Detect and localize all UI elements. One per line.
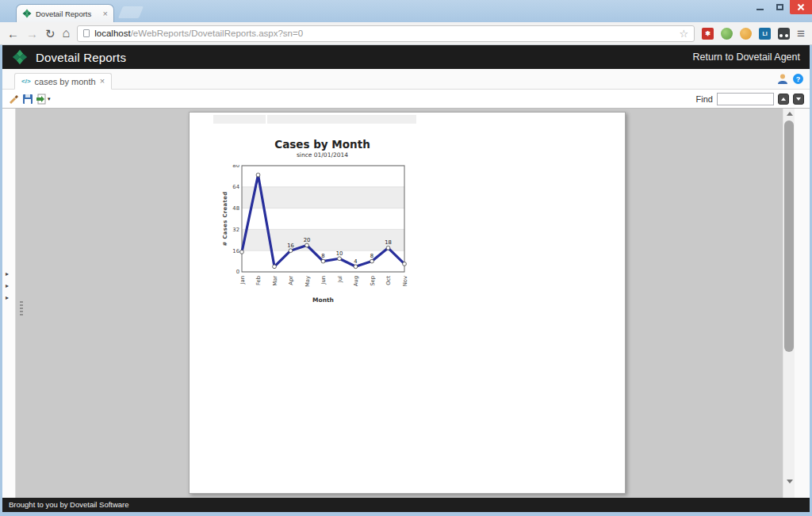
back-icon[interactable]: ← bbox=[7, 28, 19, 40]
scrollbar-gutter bbox=[795, 109, 810, 498]
extension-asterisk-icon[interactable]: ✱ bbox=[702, 28, 714, 40]
page-icon bbox=[83, 29, 90, 37]
svg-text:May: May bbox=[304, 276, 311, 287]
window-frame bbox=[0, 45, 2, 516]
chevron-up-icon bbox=[781, 97, 786, 101]
svg-text:8: 8 bbox=[370, 253, 373, 259]
export-icon[interactable]: ▾ bbox=[36, 94, 51, 105]
extension-photos-icon[interactable] bbox=[778, 28, 790, 40]
url-path: /eWebReports/DovetailReports.aspx?sn=0 bbox=[131, 29, 303, 38]
window-close-button[interactable] bbox=[790, 0, 812, 14]
browser-titlebar: Dovetail Reports × bbox=[0, 0, 812, 22]
panel-expand-icon[interactable]: ▸ bbox=[6, 295, 9, 301]
report-tabstrip: </> cases by month × ? bbox=[2, 69, 810, 90]
browser-tab-close-icon[interactable]: × bbox=[103, 10, 108, 18]
cases-by-month-chart: Cases by Month since 01/01/2014 01632486… bbox=[221, 138, 423, 312]
svg-text:10: 10 bbox=[336, 250, 343, 257]
svg-text:Jul: Jul bbox=[337, 276, 343, 283]
svg-text:Nov: Nov bbox=[402, 276, 408, 286]
viewer-toolbar: ▾ Find bbox=[2, 90, 810, 108]
svg-text:Month: Month bbox=[312, 296, 334, 304]
svg-text:Sep: Sep bbox=[370, 276, 376, 286]
export-dropdown-caret-icon[interactable]: ▾ bbox=[48, 96, 51, 102]
window-minimize-button[interactable] bbox=[750, 0, 770, 14]
user-icon[interactable] bbox=[777, 74, 788, 84]
svg-text:48: 48 bbox=[232, 205, 239, 212]
find-next-button[interactable] bbox=[793, 94, 804, 105]
svg-text:64: 64 bbox=[232, 184, 239, 190]
save-icon[interactable] bbox=[22, 94, 33, 105]
report-tab-label: cases by month bbox=[35, 77, 96, 86]
extension-li-icon[interactable]: LI bbox=[759, 28, 771, 40]
report-header-band bbox=[267, 115, 416, 124]
favicon-dovetail-icon bbox=[22, 9, 32, 18]
app-title: Dovetail Reports bbox=[36, 51, 126, 64]
menu-icon[interactable]: ≡ bbox=[797, 27, 805, 40]
chevron-down-icon bbox=[796, 97, 801, 101]
svg-text:4: 4 bbox=[354, 258, 357, 265]
browser-addressbar: ← → ↻ ⌂ localhost/eWebReports/DovetailRe… bbox=[0, 22, 812, 45]
svg-text:# Cases Created: # Cases Created bbox=[222, 192, 228, 247]
window-frame bbox=[0, 512, 812, 516]
app-footer: Brought to you by Dovetail Software bbox=[2, 498, 810, 512]
refresh-icon[interactable]: ↻ bbox=[45, 28, 56, 40]
forward-icon[interactable]: → bbox=[26, 28, 38, 40]
chart-plot: 0163248648016208104818JanFebMarAprMayJun… bbox=[221, 165, 423, 312]
svg-text:8: 8 bbox=[321, 253, 324, 259]
svg-text:Apr: Apr bbox=[288, 276, 294, 285]
url-input[interactable]: localhost/eWebReports/DovetailReports.as… bbox=[77, 25, 695, 42]
find-input[interactable] bbox=[717, 93, 774, 105]
extension-green-icon[interactable] bbox=[721, 28, 733, 40]
find-label: Find bbox=[696, 94, 713, 104]
browser-tab[interactable]: Dovetail Reports × bbox=[16, 4, 114, 22]
svg-text:Mar: Mar bbox=[272, 276, 278, 286]
app-header: Dovetail Reports Return to Dovetail Agen… bbox=[2, 45, 810, 69]
home-icon[interactable]: ⌂ bbox=[63, 27, 71, 40]
report-tab-close-icon[interactable]: × bbox=[100, 77, 105, 86]
footer-text: Brought to you by Dovetail Software bbox=[9, 500, 129, 509]
report-viewer: ▸ ▸ ▸ Cases by Month since 01/01/2014 01… bbox=[2, 108, 810, 498]
extension-orange-icon[interactable] bbox=[740, 28, 752, 40]
svg-text:32: 32 bbox=[232, 227, 239, 233]
hand-tool-icon[interactable] bbox=[8, 93, 20, 105]
code-icon: </> bbox=[21, 78, 31, 85]
svg-text:Aug: Aug bbox=[353, 276, 359, 286]
svg-text:16: 16 bbox=[232, 248, 239, 254]
svg-text:Oct: Oct bbox=[385, 276, 392, 285]
panel-expand-icon[interactable]: ▸ bbox=[6, 271, 9, 277]
svg-text:Jun: Jun bbox=[320, 276, 327, 285]
minimize-icon bbox=[756, 9, 764, 10]
chart-title: Cases by Month bbox=[221, 138, 423, 151]
splitter-drag-handle[interactable] bbox=[20, 301, 23, 315]
svg-text:Feb: Feb bbox=[255, 276, 262, 285]
report-tab-cases-by-month[interactable]: </> cases by month × bbox=[14, 73, 112, 90]
scroll-up-icon[interactable] bbox=[787, 112, 793, 116]
svg-text:0: 0 bbox=[236, 269, 239, 275]
scrollbar-thumb[interactable] bbox=[784, 120, 794, 352]
report-page: Cases by Month since 01/01/2014 01632486… bbox=[189, 112, 626, 494]
panel-expand-icon[interactable]: ▸ bbox=[6, 283, 9, 289]
sidebar-collapsed-panel: ▸ ▸ ▸ bbox=[2, 109, 16, 498]
return-to-agent-link[interactable]: Return to Dovetail Agent bbox=[693, 52, 801, 63]
url-host: localhost bbox=[94, 29, 130, 38]
close-icon bbox=[797, 3, 805, 11]
find-previous-button[interactable] bbox=[778, 94, 789, 105]
scroll-down-icon[interactable] bbox=[787, 480, 793, 484]
window-maximize-button[interactable] bbox=[770, 0, 790, 14]
svg-text:20: 20 bbox=[304, 237, 311, 243]
svg-text:80: 80 bbox=[232, 165, 239, 169]
report-header-band bbox=[213, 115, 266, 124]
new-tab-button[interactable] bbox=[118, 6, 144, 18]
chart-subtitle: since 01/01/2014 bbox=[221, 151, 423, 159]
vertical-scrollbar[interactable] bbox=[783, 109, 795, 498]
help-icon[interactable]: ? bbox=[793, 74, 803, 84]
bookmark-star-icon[interactable]: ☆ bbox=[679, 28, 688, 40]
svg-text:Jan: Jan bbox=[239, 276, 246, 285]
svg-text:18: 18 bbox=[385, 239, 392, 246]
svg-text:16: 16 bbox=[287, 243, 294, 249]
maximize-icon bbox=[776, 4, 783, 10]
dovetail-logo-icon bbox=[12, 49, 28, 65]
browser-tab-title: Dovetail Reports bbox=[36, 10, 99, 18]
